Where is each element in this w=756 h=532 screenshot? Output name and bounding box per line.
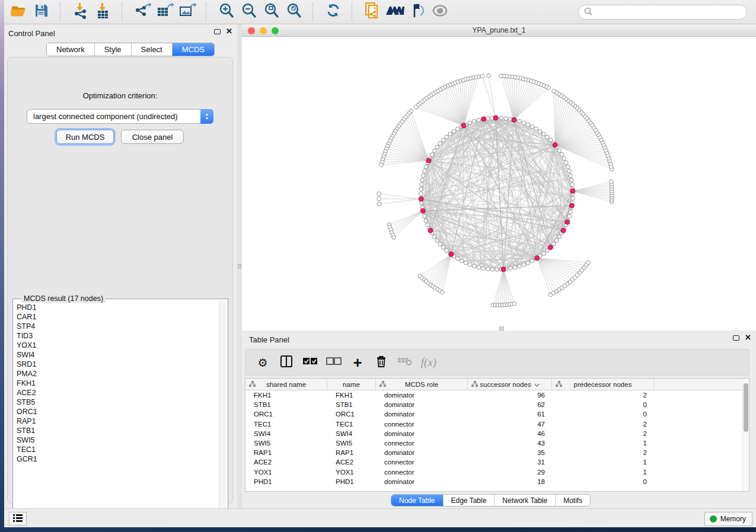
- mcds-result-item[interactable]: PHD1: [14, 303, 218, 312]
- network-node[interactable]: [522, 121, 526, 125]
- mcds-result-item[interactable]: GCR1: [14, 454, 218, 464]
- criterion-dropdown[interactable]: largest connected component (undirected)…: [27, 109, 213, 124]
- memory-button[interactable]: Memory: [704, 512, 752, 526]
- table-row[interactable]: ORC1ORC1dominator610: [245, 409, 743, 419]
- delete-table-button[interactable]: [397, 355, 413, 370]
- zoom-in-button[interactable]: [215, 2, 238, 22]
- network-leaf-node[interactable]: [499, 74, 503, 78]
- mcds-result-item[interactable]: SWI4: [14, 350, 218, 360]
- eye-icon-button[interactable]: [429, 2, 451, 22]
- network-node[interactable]: [420, 178, 425, 182]
- network-node[interactable]: [567, 169, 572, 174]
- table-row[interactable]: YOX1YOX1connector291: [245, 467, 743, 477]
- network-leaf-node[interactable]: [586, 261, 591, 265]
- network-node[interactable]: [534, 127, 538, 131]
- mcds-result-item[interactable]: STP4: [14, 322, 218, 331]
- network-node[interactable]: [486, 117, 490, 121]
- network-node[interactable]: [456, 127, 460, 131]
- task-history-button[interactable]: [9, 512, 27, 525]
- mcds-result-item[interactable]: SRD1: [14, 360, 218, 369]
- network-node[interactable]: [473, 264, 477, 268]
- delete-entry-button[interactable]: [374, 355, 389, 370]
- network-node[interactable]: [499, 116, 503, 120]
- network-node[interactable]: [432, 149, 436, 153]
- network-node[interactable]: [468, 121, 472, 125]
- close-panel-icon[interactable]: ✕: [745, 335, 751, 341]
- mcds-result-item[interactable]: STB1: [14, 426, 218, 435]
- network-node[interactable]: [438, 242, 442, 246]
- network-leaf-node[interactable]: [512, 302, 516, 306]
- network-node[interactable]: [473, 120, 477, 124]
- column-header-successor-nodes[interactable]: successor nodes: [468, 379, 552, 390]
- network-node[interactable]: [522, 262, 526, 267]
- network-leaf-node[interactable]: [441, 290, 445, 294]
- network-node[interactable]: [490, 268, 495, 272]
- scrollbar-thumb[interactable]: [744, 383, 748, 432]
- network-node[interactable]: [542, 132, 546, 136]
- network-node[interactable]: [477, 265, 481, 270]
- network-node[interactable]: [555, 239, 559, 243]
- mcds-result-item[interactable]: STB5: [14, 398, 218, 407]
- tab-mcds[interactable]: MCDS: [173, 43, 214, 56]
- network-node[interactable]: [569, 210, 573, 214]
- network-hub-node[interactable]: [493, 116, 498, 120]
- open-session-button[interactable]: [8, 2, 30, 22]
- network-node[interactable]: [432, 235, 436, 239]
- network-hub-node[interactable]: [428, 228, 433, 233]
- run-mcds-button[interactable]: Run MCDS: [56, 130, 114, 144]
- network-node[interactable]: [441, 138, 445, 142]
- column-header-name[interactable]: name: [327, 379, 376, 390]
- export-image-button[interactable]: [176, 2, 199, 22]
- function-builder-button[interactable]: f(x): [421, 355, 436, 370]
- table-row[interactable]: STB1STB1dominator620: [245, 400, 743, 409]
- add-entry-button[interactable]: +: [350, 355, 365, 370]
- network-node[interactable]: [570, 182, 575, 187]
- network-node[interactable]: [419, 187, 423, 191]
- network-node[interactable]: [571, 196, 575, 200]
- network-node[interactable]: [421, 174, 425, 178]
- network-node[interactable]: [518, 264, 522, 268]
- mcds-result-item[interactable]: RAP1: [14, 416, 218, 426]
- network-node[interactable]: [426, 223, 430, 227]
- network-hub-node[interactable]: [426, 158, 431, 163]
- mcds-list-scrollbar[interactable]: [219, 300, 227, 520]
- import-network-button[interactable]: [69, 2, 92, 22]
- tab-network[interactable]: Network: [47, 43, 95, 56]
- search-input[interactable]: [593, 8, 729, 17]
- table-scrollbar[interactable]: [742, 379, 749, 491]
- network-node[interactable]: [423, 169, 427, 174]
- mcds-result-item[interactable]: TID3: [14, 331, 218, 341]
- network-node[interactable]: [464, 261, 468, 265]
- network-node[interactable]: [430, 153, 434, 157]
- vertical-splitter[interactable]: [237, 24, 242, 508]
- network-hub-node[interactable]: [565, 220, 570, 225]
- table-row[interactable]: FKH1FKH1dominator962: [245, 390, 743, 400]
- mcds-result-item[interactable]: SWI5: [14, 435, 218, 445]
- network-leaf-node[interactable]: [480, 74, 484, 78]
- network-node[interactable]: [456, 257, 460, 261]
- close-panel-icon[interactable]: ✕: [226, 28, 232, 34]
- binoculars-icon-button[interactable]: [384, 2, 406, 22]
- tab-style[interactable]: Style: [95, 43, 132, 56]
- network-node[interactable]: [518, 120, 522, 124]
- network-node[interactable]: [557, 235, 562, 239]
- table-row[interactable]: PHD1PHD1dominator180: [245, 477, 743, 486]
- refresh-button[interactable]: [322, 2, 344, 22]
- network-node[interactable]: [557, 149, 562, 153]
- network-hub-node[interactable]: [553, 143, 557, 148]
- network-node[interactable]: [542, 252, 546, 256]
- network-hub-node[interactable]: [461, 123, 466, 128]
- column-header-predecessor-nodes[interactable]: predecessor nodes: [552, 379, 654, 390]
- table-options-button[interactable]: ⚙: [255, 355, 270, 370]
- network-node[interactable]: [560, 153, 564, 157]
- mcds-result-item[interactable]: CAR1: [14, 312, 218, 322]
- network-leaf-node[interactable]: [377, 192, 381, 196]
- network-hub-node[interactable]: [548, 245, 553, 250]
- mcds-result-item[interactable]: FKH1: [14, 379, 218, 388]
- network-node[interactable]: [448, 132, 452, 136]
- import-table-button[interactable]: [92, 2, 114, 22]
- zoom-fit-button[interactable]: [260, 2, 283, 22]
- close-panel-button[interactable]: Close panel: [121, 130, 184, 144]
- clone-network-button[interactable]: [361, 2, 384, 22]
- export-network-button[interactable]: [131, 2, 154, 22]
